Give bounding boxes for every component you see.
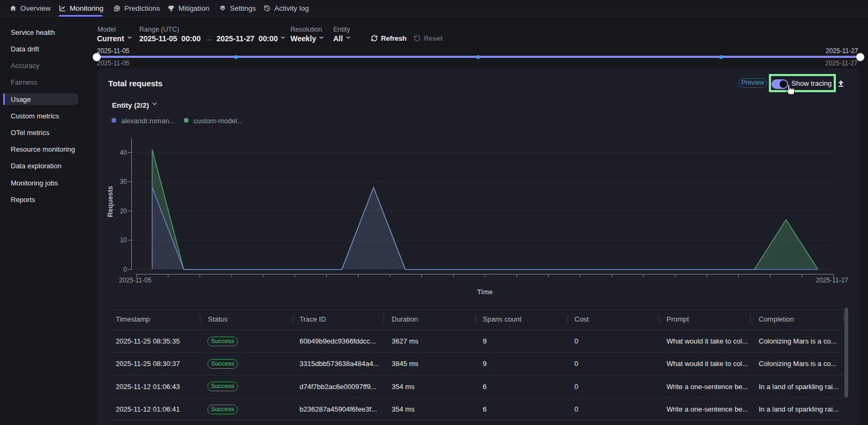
svg-text:Time: Time — [477, 288, 493, 296]
svg-text:2025-11-05: 2025-11-05 — [119, 277, 152, 284]
svg-text:20: 20 — [120, 207, 128, 215]
svg-text:0: 0 — [123, 266, 127, 273]
svg-text:10: 10 — [120, 236, 128, 244]
svg-text:Requests: Requests — [106, 186, 114, 218]
svg-text:2025-11-27: 2025-11-27 — [816, 277, 849, 284]
svg-text:30: 30 — [120, 178, 128, 185]
svg-text:40: 40 — [120, 149, 128, 156]
